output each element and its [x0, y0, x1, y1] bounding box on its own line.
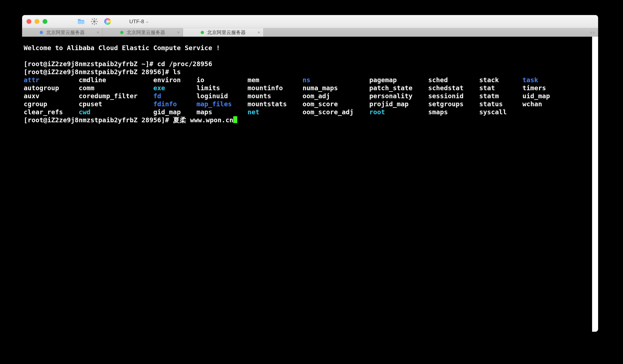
chevron-right-icon: › — [593, 30, 595, 35]
svg-point-0 — [93, 20, 95, 23]
svg-point-9 — [104, 18, 111, 25]
tabbar: 北京阿里云服务器×北京阿里云服务器×北京阿里云服务器× ‹› — [22, 28, 598, 37]
svg-rect-3 — [91, 21, 92, 22]
titlebar: UTF-8 ⌄ — [22, 15, 598, 28]
tab-label: 北京阿里云服务器 — [127, 29, 165, 36]
chevron-down-icon: ⌄ — [146, 19, 149, 24]
svg-rect-8 — [95, 23, 97, 24]
tab-close-icon[interactable]: × — [97, 30, 99, 35]
colorwheel-icon[interactable] — [104, 18, 111, 25]
chevron-left-icon: ‹ — [590, 30, 592, 35]
tab-status-dot — [201, 31, 204, 34]
svg-rect-6 — [95, 19, 97, 20]
tab-label: 北京阿里云服务器 — [207, 29, 246, 36]
tab-close-icon[interactable]: × — [177, 30, 180, 35]
svg-rect-5 — [92, 19, 93, 20]
terminal-cursor — [233, 116, 237, 123]
minimize-icon[interactable] — [35, 19, 39, 24]
terminal-scrollbar[interactable] — [592, 37, 598, 332]
encoding-label: UTF-8 — [129, 19, 144, 25]
close-icon[interactable] — [26, 19, 31, 24]
tab-status-dot — [120, 31, 123, 34]
window-controls — [26, 19, 47, 24]
tab-overflow[interactable]: ‹› — [264, 28, 598, 37]
encoding-selector[interactable]: UTF-8 ⌄ — [129, 19, 149, 25]
tab-0[interactable]: 北京阿里云服务器× — [22, 28, 103, 37]
gear-icon[interactable] — [91, 18, 98, 25]
folder-icon[interactable] — [77, 18, 85, 25]
svg-rect-7 — [92, 23, 93, 24]
toolbar-icons — [77, 18, 111, 25]
svg-rect-1 — [94, 18, 95, 20]
app-window: UTF-8 ⌄ 北京阿里云服务器×北京阿里云服务器×北京阿里云服务器× ‹› W… — [22, 15, 598, 332]
maximize-icon[interactable] — [43, 19, 47, 24]
tab-close-icon[interactable]: × — [258, 30, 260, 35]
tab-status-dot — [40, 31, 43, 34]
tab-1[interactable]: 北京阿里云服务器× — [103, 28, 183, 37]
tab-label: 北京阿里云服务器 — [46, 29, 85, 36]
svg-rect-4 — [96, 21, 98, 22]
terminal-output[interactable]: Welcome to Alibaba Cloud Elastic Compute… — [22, 37, 592, 332]
tab-2[interactable]: 北京阿里云服务器× — [183, 28, 264, 37]
svg-rect-2 — [94, 23, 95, 25]
